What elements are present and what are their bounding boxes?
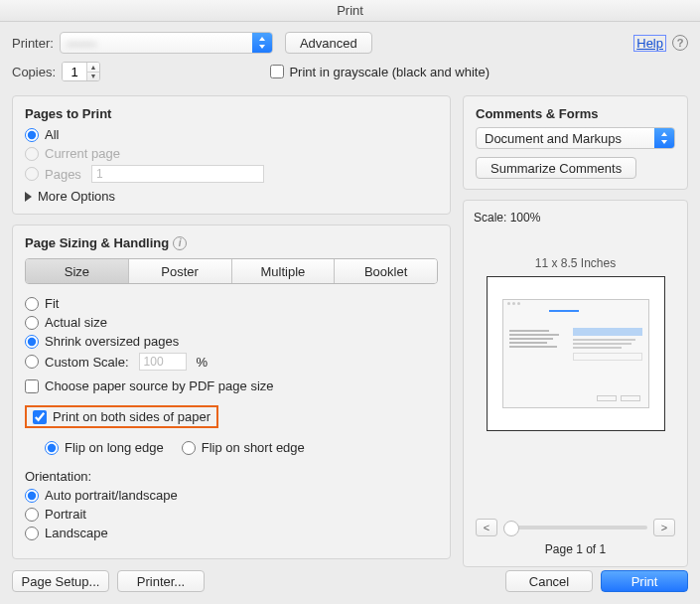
pages-to-print-title: Pages to Print: [25, 106, 438, 121]
radio-current-page: [25, 147, 39, 161]
radio-pages: [25, 167, 39, 181]
scale-text: Scale: 100%: [474, 211, 677, 225]
landscape-label: Landscape: [45, 526, 108, 540]
shrink-label: Shrink oversized pages: [45, 334, 179, 349]
page-setup-button[interactable]: Page Setup...: [12, 570, 109, 592]
comments-forms-group: Comments & Forms Document and Markups Su…: [463, 95, 688, 190]
radio-actual-size[interactable]: [25, 316, 39, 330]
choose-paper-checkbox[interactable]: [25, 379, 39, 393]
radio-custom-scale[interactable]: [25, 355, 39, 369]
all-label: All: [45, 127, 59, 142]
window-title: Print: [0, 0, 700, 22]
radio-auto-orientation[interactable]: [25, 489, 39, 503]
tab-size[interactable]: Size: [26, 259, 128, 283]
help-link[interactable]: Help: [633, 35, 666, 52]
page-preview: [487, 276, 665, 431]
copies-label: Copies:: [12, 65, 56, 79]
tab-multiple[interactable]: Multiple: [231, 259, 335, 283]
radio-all[interactable]: [25, 128, 39, 142]
cancel-button[interactable]: Cancel: [505, 570, 593, 592]
prev-page-button[interactable]: <: [476, 519, 497, 536]
both-sides-label: Print on both sides of paper: [53, 409, 210, 424]
tab-booklet[interactable]: Booklet: [334, 259, 437, 283]
custom-scale-label: Custom Scale:: [45, 355, 129, 370]
sizing-tabs: Size Poster Multiple Booklet: [25, 258, 438, 284]
auto-orientation-label: Auto portrait/landscape: [45, 488, 178, 503]
flip-long-label: Flip on long edge: [65, 440, 164, 455]
comments-forms-value: Document and Markups: [477, 131, 654, 146]
help-icon[interactable]: ?: [672, 35, 688, 51]
disclosure-triangle-icon: [25, 192, 32, 202]
page-slider[interactable]: [503, 526, 647, 529]
comments-forms-select[interactable]: Document and Markups: [476, 127, 675, 149]
chevron-left-icon: <: [484, 522, 490, 533]
grayscale-label: Print in grayscale (black and white): [289, 65, 490, 79]
pages-to-print-group: Pages to Print All Current page Pages Mo…: [12, 95, 451, 215]
printer-button[interactable]: Printer...: [117, 570, 205, 592]
copies-input[interactable]: [63, 63, 86, 80]
printer-label: Printer:: [12, 36, 54, 51]
page-sizing-group: Page Sizing & Handling i Size Poster Mul…: [12, 225, 451, 559]
orientation-label: Orientation:: [25, 469, 438, 484]
pages-input: [91, 165, 264, 183]
printer-select[interactable]: -------: [60, 32, 273, 54]
page-counter: Page 1 of 1: [474, 542, 677, 556]
print-button[interactable]: Print: [601, 570, 688, 592]
choose-paper-label: Choose paper source by PDF page size: [45, 378, 274, 393]
next-page-button[interactable]: >: [653, 519, 675, 536]
percent-label: %: [197, 355, 209, 370]
both-sides-highlight: Print on both sides of paper: [25, 405, 218, 428]
preview-panel: Scale: 100% 11 x 8.5 Inches: [463, 200, 688, 567]
pages-label: Pages: [45, 167, 81, 182]
fit-label: Fit: [45, 296, 59, 311]
radio-shrink[interactable]: [25, 335, 39, 349]
both-sides-checkbox[interactable]: [33, 410, 47, 424]
current-page-label: Current page: [45, 146, 120, 161]
radio-flip-long[interactable]: [45, 441, 59, 455]
advanced-button[interactable]: Advanced: [285, 32, 372, 54]
chevron-updown-icon: [654, 128, 674, 148]
actual-size-label: Actual size: [45, 315, 107, 330]
custom-scale-input: [139, 353, 187, 371]
tab-poster[interactable]: Poster: [128, 259, 231, 283]
radio-landscape[interactable]: [25, 527, 39, 540]
grayscale-checkbox[interactable]: [270, 65, 284, 78]
chevron-right-icon: >: [661, 522, 667, 533]
summarize-comments-button[interactable]: Summarize Comments: [476, 157, 636, 179]
page-dimensions: 11 x 8.5 Inches: [474, 256, 677, 270]
radio-portrait[interactable]: [25, 508, 39, 522]
info-icon[interactable]: i: [173, 236, 187, 250]
comments-forms-title: Comments & Forms: [476, 106, 675, 121]
stepper-arrows-icon[interactable]: ▲▼: [86, 63, 99, 80]
chevron-updown-icon: [252, 33, 272, 53]
copies-stepper[interactable]: ▲▼: [62, 62, 100, 81]
radio-fit[interactable]: [25, 297, 39, 311]
more-options-toggle[interactable]: More Options: [25, 189, 438, 204]
radio-flip-short[interactable]: [182, 441, 196, 455]
flip-short-label: Flip on short edge: [202, 440, 305, 455]
portrait-label: Portrait: [45, 507, 86, 522]
page-sizing-title: Page Sizing & Handling: [25, 235, 169, 250]
printer-value: -------: [61, 36, 252, 51]
more-options-label: More Options: [38, 189, 115, 204]
